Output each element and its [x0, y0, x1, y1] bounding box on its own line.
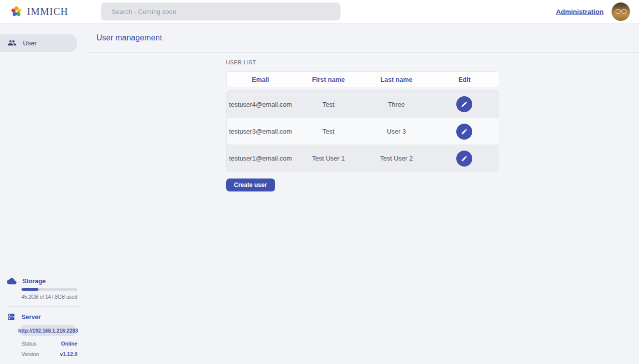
- status-value: Online: [61, 341, 77, 347]
- column-first-name: First name: [295, 76, 362, 83]
- cell-first-name: Test: [295, 128, 362, 135]
- page-title: User management: [96, 33, 162, 42]
- cell-last-name: Three: [362, 101, 430, 108]
- pencil-icon: [461, 101, 468, 108]
- cell-email: testuser1@email.com: [227, 155, 295, 162]
- server-url: http://192.168.1.216:2283: [20, 325, 76, 336]
- avatar[interactable]: [612, 2, 630, 21]
- version-value: v1.12.0: [60, 351, 77, 357]
- app-logo[interactable]: IMMICH: [10, 5, 68, 18]
- people-icon: [7, 38, 16, 47]
- sidebar-item-user[interactable]: User: [0, 34, 77, 52]
- edit-user-button[interactable]: [456, 124, 472, 140]
- column-email: Email: [227, 76, 295, 83]
- storage-progress-bar: [21, 288, 77, 291]
- server-status-row: Status Online: [21, 341, 77, 347]
- pencil-icon: [461, 128, 468, 135]
- main-content: User management USER LIST Email First na…: [86, 23, 639, 364]
- edit-user-button[interactable]: [456, 96, 472, 112]
- cell-last-name: User 3: [362, 128, 430, 135]
- cell-first-name: Test: [295, 101, 362, 108]
- administration-link[interactable]: Administration: [556, 8, 604, 15]
- version-label: Version: [21, 351, 39, 357]
- server-icon: [7, 313, 15, 321]
- cell-email: testuser3@email.com: [227, 128, 295, 135]
- storage-title: Storage: [22, 278, 46, 285]
- immich-flower-icon: [10, 5, 23, 18]
- column-edit: Edit: [430, 76, 498, 83]
- sidebar-divider: [6, 306, 79, 307]
- sidebar: User Storage 45.2GB of 147.8GB used: [0, 23, 86, 364]
- server-title: Server: [21, 314, 41, 321]
- table-row: testuser4@email.com Test Three: [227, 91, 499, 118]
- storage-progress-fill: [21, 288, 38, 291]
- user-table-header: Email First name Last name Edit: [226, 71, 499, 87]
- cell-email: testuser4@email.com: [227, 101, 295, 108]
- server-version-row: Version v1.12.0: [21, 351, 77, 357]
- column-last-name: Last name: [362, 76, 430, 83]
- storage-panel: Storage 45.2GB of 147.8GB used: [0, 278, 86, 300]
- top-bar: IMMICH Administration: [0, 0, 639, 23]
- storage-usage-text: 45.2GB of 147.8GB used: [21, 294, 86, 300]
- cell-last-name: Test User 2: [362, 155, 430, 162]
- status-label: Status: [21, 341, 36, 347]
- cloud-icon: [7, 278, 16, 285]
- create-user-button[interactable]: Create user: [226, 179, 275, 191]
- search-input[interactable]: [101, 2, 340, 20]
- edit-user-button[interactable]: [456, 151, 472, 167]
- server-panel: Server http://192.168.1.216:2283 Status …: [0, 313, 86, 357]
- glasses-photo-detail: [615, 8, 628, 14]
- section-label: USER LIST: [226, 59, 499, 65]
- user-table-rows: testuser4@email.com Test Three testuser3…: [226, 90, 499, 172]
- pencil-icon: [461, 155, 468, 162]
- cell-first-name: Test User 1: [295, 155, 362, 162]
- app-name: IMMICH: [27, 6, 68, 17]
- table-row: testuser3@email.com Test User 3: [227, 118, 499, 145]
- sidebar-item-label: User: [23, 39, 36, 47]
- table-row: testuser1@email.com Test User 1 Test Use…: [227, 145, 499, 172]
